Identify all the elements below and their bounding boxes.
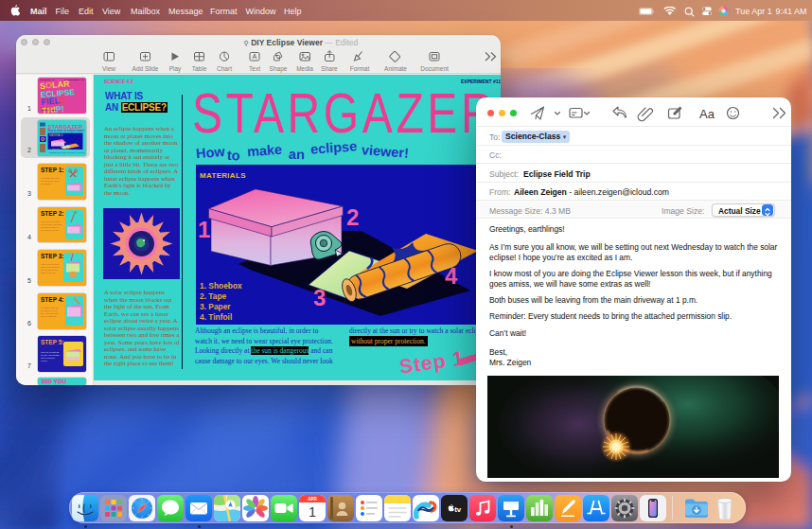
svg-text:STEP 2:: STEP 2: xyxy=(41,210,63,217)
svg-text:closest to the hole.: closest to the hole. xyxy=(41,272,58,273)
svg-text:Cut a small hole near: Cut a small hole near xyxy=(41,177,60,179)
svg-text:STEP 5:: STEP 5: xyxy=(41,339,63,345)
svg-text:eclipse!: eclipse! xyxy=(41,360,47,361)
svg-text:3. Paper: 3. Paper xyxy=(200,302,231,311)
svg-text:Although an eclipse is beautif: Although an eclipse is beautiful, in ord… xyxy=(48,151,85,154)
svg-text:Tape a piece of tinfoil: Tape a piece of tinfoil xyxy=(41,220,60,222)
svg-text:safely watch the: safely watch the xyxy=(41,357,55,359)
svg-text:How to make an eclipse viewer!: How to make an eclipse viewer! xyxy=(48,129,85,132)
svg-text:the long side of the: the long side of the xyxy=(41,309,58,311)
svg-text:3: 3 xyxy=(313,285,326,310)
svg-text:Aa: Aa xyxy=(699,107,715,121)
svg-text:Cut another hole on: Cut another hole on xyxy=(41,307,59,309)
svg-text:1: 1 xyxy=(198,217,210,242)
svg-text:4: 4 xyxy=(445,263,458,289)
svg-text:over the hole. Then poke: over the hole. Then poke xyxy=(41,223,62,225)
svg-text:Tape a piece of white: Tape a piece of white xyxy=(41,263,60,265)
svg-text:you will look into.: you will look into. xyxy=(41,315,57,317)
svg-text:APR: APR xyxy=(308,497,317,502)
svg-text:box. This is the hole: box. This is the hole xyxy=(41,312,59,314)
svg-text:2. Tape: 2. Tape xyxy=(200,291,227,301)
svg-text:1. Shoebox 2. Tape: 1. Shoebox 2. Tape xyxy=(49,148,69,150)
svg-text:tv: tv xyxy=(454,504,462,513)
svg-text:the center of the foil.: the center of the foil. xyxy=(41,229,60,231)
svg-text:STEP 1:: STEP 1: xyxy=(41,167,63,173)
svg-text:4. Tinfoil: 4. Tinfoil xyxy=(200,312,232,322)
svg-text:MATERIALS: MATERIALS xyxy=(200,171,246,180)
svg-text:MATERIALS: MATERIALS xyxy=(49,133,63,137)
svg-text:Place the lid back on: Place the lid back on xyxy=(41,351,60,353)
svg-text:1: 1 xyxy=(309,503,316,519)
svg-text:STEP 4:: STEP 4: xyxy=(41,296,63,303)
svg-text:a pin-prick a hole in: a pin-prick a hole in xyxy=(41,226,59,228)
svg-text:the top on one end of: the top on one end of xyxy=(41,180,60,182)
svg-text:paper to the inside of: paper to the inside of xyxy=(41,266,60,268)
svg-text:1. Shoebox: 1. Shoebox xyxy=(200,281,242,291)
svg-text:the box. You can now: the box. You can now xyxy=(41,354,60,356)
svg-text:the shoebox.: the shoebox. xyxy=(41,183,52,185)
svg-text:2: 2 xyxy=(346,204,359,230)
svg-text:STEP 3:: STEP 3: xyxy=(41,253,63,259)
